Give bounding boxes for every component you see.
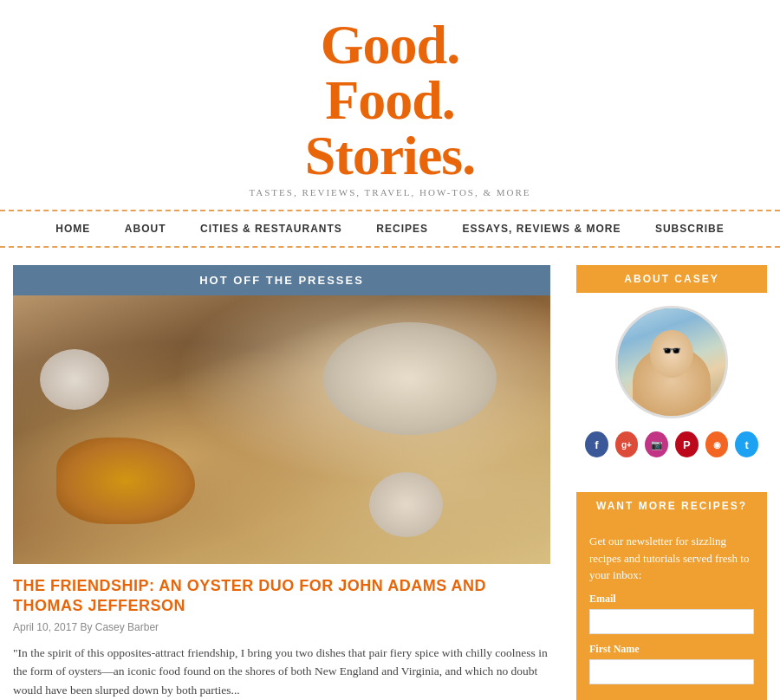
- about-casey-widget: ABOUT CASEY 🕶️ f g+ 📷 P: [576, 265, 767, 475]
- google-plus-icon[interactable]: g+: [615, 431, 639, 457]
- nav-subscribe[interactable]: SUBSCRIBE: [655, 223, 725, 235]
- featured-image-bg: [13, 295, 550, 564]
- article-title[interactable]: THE FRIENDSHIP: AN OYSTER DUO FOR JOHN A…: [13, 576, 550, 617]
- section-banner: HOT OFF THE PRESSES: [13, 265, 550, 295]
- article-meta: April 10, 2017 By Casey Barber: [13, 621, 550, 633]
- about-casey-title: ABOUT CASEY: [576, 265, 767, 293]
- avatar: 🕶️: [615, 306, 728, 418]
- site-logo: Good. Food. Stories. TASTES, REVIEWS, TR…: [249, 17, 530, 198]
- dip-bowl-decoration: [40, 349, 109, 410]
- nav-recipes[interactable]: RECIPES: [376, 223, 428, 235]
- article-title-link[interactable]: THE FRIENDSHIP: AN OYSTER DUO FOR JOHN A…: [13, 577, 486, 614]
- nav-about[interactable]: ABOUT: [125, 223, 166, 235]
- main-nav: HOME ABOUT CITIES & RESTAURANTS RECIPES …: [0, 211, 780, 248]
- email-label: Email: [589, 593, 754, 606]
- sidebar: ABOUT CASEY 🕶️ f g+ 📷 P: [576, 265, 767, 700]
- social-icons: f g+ 📷 P ◉ t: [585, 431, 758, 457]
- firstname-label: First Name: [589, 643, 754, 656]
- nav-home[interactable]: HOME: [55, 223, 90, 235]
- logo-text: Good. Food. Stories.: [249, 17, 530, 184]
- rss-icon[interactable]: ◉: [705, 431, 729, 457]
- recipes-widget-body: Get our newsletter for sizzling recipes …: [576, 520, 767, 700]
- avatar-glasses-icon: 🕶️: [662, 341, 681, 360]
- fried-food-decoration: [56, 438, 195, 524]
- content-area: HOT OFF THE PRESSES THE FRIENDSHIP: AN O…: [13, 265, 550, 700]
- nav-essays[interactable]: ESSAYS, REVIEWS & MORE: [463, 223, 621, 235]
- main-container: HOT OFF THE PRESSES THE FRIENDSHIP: AN O…: [0, 248, 780, 700]
- facebook-icon[interactable]: f: [585, 431, 608, 457]
- twitter-icon[interactable]: t: [735, 431, 758, 457]
- email-input[interactable]: [589, 609, 754, 634]
- article-excerpt: "In the spirit of this opposites-attract…: [13, 644, 550, 700]
- logo-line1: Good.: [321, 14, 459, 75]
- instagram-icon[interactable]: 📷: [645, 431, 668, 457]
- about-casey-content: 🕶️ f g+ 📷 P ◉ t: [576, 293, 767, 475]
- featured-image: [13, 295, 550, 564]
- site-header: Good. Food. Stories. TASTES, REVIEWS, TR…: [0, 0, 780, 211]
- logo-tagline: TASTES, REVIEWS, TRAVEL, HOW-TOS, & MORE: [249, 187, 530, 198]
- firstname-input[interactable]: [589, 659, 754, 684]
- dip-bowl2-decoration: [369, 472, 443, 537]
- recipes-widget-title: WANT MORE RECIPES?: [576, 492, 767, 520]
- logo-line3: Stories.: [305, 125, 475, 186]
- nav-cities-restaurants[interactable]: CITIES & RESTAURANTS: [200, 223, 342, 235]
- recipes-description: Get our newsletter for sizzling recipes …: [589, 533, 754, 584]
- recipes-widget: WANT MORE RECIPES? Get our newsletter fo…: [576, 492, 767, 700]
- oyster-plate-decoration: [323, 322, 497, 435]
- pinterest-icon[interactable]: P: [675, 431, 699, 457]
- logo-line2: Food.: [325, 69, 455, 131]
